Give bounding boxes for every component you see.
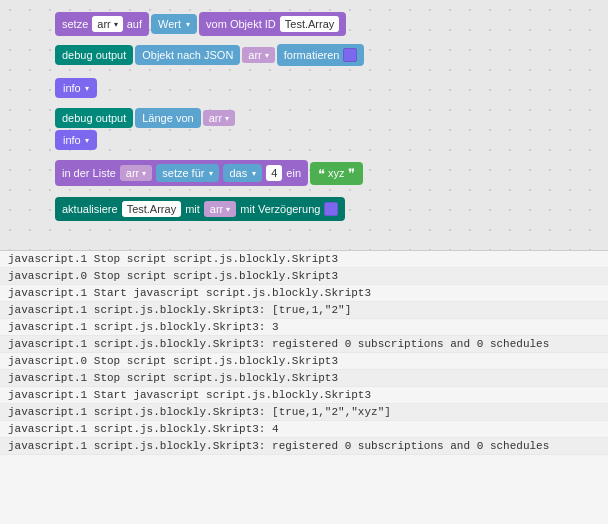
arr5-dropdown[interactable]: arr ▾ [204,201,236,217]
verzoegerung-checkbox[interactable] [324,202,338,216]
arr3-arrow: ▾ [225,114,229,123]
arr4-dropdown[interactable]: arr ▾ [120,165,152,181]
console-line: javascript.1 script.js.blockly.Skript3: … [0,438,608,455]
block-row-2: debug output Objekt nach JSON arr ▾ form… [55,44,364,66]
num4-input[interactable]: 4 [266,165,282,181]
info2-arrow: ▾ [85,136,89,145]
xyz-block[interactable]: ❝ xyz ❞ [310,162,363,185]
das-block[interactable]: das ▾ [223,164,262,182]
auf-label: auf [127,18,142,30]
quote-open-icon: ❝ [318,166,325,181]
arr2-arrow: ▾ [265,51,269,60]
block-row-7: aktualisiere Test.Array mit arr ▾ mit Ve… [55,197,345,221]
test-array2-input[interactable]: Test.Array [122,201,182,217]
arr1-dropdown[interactable]: arr ▾ [92,16,122,32]
wert-block[interactable]: Wert ▾ [151,14,197,34]
formatieren-block[interactable]: formatieren [277,44,365,66]
setze-label: setze [62,18,88,30]
info-block2[interactable]: info ▾ [55,130,97,150]
console-line: javascript.1 script.js.blockly.Skript3: … [0,336,608,353]
setze-block[interactable]: setze arr ▾ auf [55,12,149,36]
console-line: javascript.1 Start javascript script.js.… [0,387,608,404]
arr5-arrow: ▾ [226,205,230,214]
setze-fuer-arrow: ▾ [209,169,213,178]
arr1-arrow: ▾ [114,20,118,29]
objekt-nach-block[interactable]: Objekt nach JSON [135,45,240,65]
console-line: javascript.1 script.js.blockly.Skript3: … [0,404,608,421]
arr4-arrow: ▾ [142,169,146,178]
console-line: javascript.1 Stop script script.js.block… [0,251,608,268]
console-line: javascript.1 script.js.blockly.Skript3: … [0,302,608,319]
console-line: javascript.1 script.js.blockly.Skript3: … [0,319,608,336]
arr3-dropdown[interactable]: arr ▾ [203,110,235,126]
console-line: javascript.0 Stop script script.js.block… [0,268,608,285]
laenge-von-block[interactable]: Länge von [135,108,200,128]
das-arrow: ▾ [252,169,256,178]
block-row-5: info ▾ [55,130,97,150]
block-row-4: debug output Länge von arr ▾ [55,108,235,128]
console-area: javascript.1 Stop script script.js.block… [0,250,608,524]
block-row-1: setze arr ▾ auf Wert ▾ vom Objekt ID Tes… [55,12,346,36]
info-block1[interactable]: info ▾ [55,78,97,98]
console-line: javascript.1 Start javascript script.js.… [0,285,608,302]
console-line: javascript.1 script.js.blockly.Skript3: … [0,421,608,438]
in-der-liste-block[interactable]: in der Liste arr ▾ setze für ▾ das ▾ 4 e… [55,160,308,186]
quote-close-icon: ❞ [348,166,355,181]
console-line: javascript.1 Stop script script.js.block… [0,370,608,387]
debug-output-block2[interactable]: debug output [55,108,133,128]
block-row-6: in der Liste arr ▾ setze für ▾ das ▾ 4 e… [55,160,363,186]
arr2-dropdown[interactable]: arr ▾ [242,47,274,63]
console-line: javascript.0 Stop script script.js.block… [0,353,608,370]
format-checkbox[interactable] [343,48,357,62]
objekt-block[interactable]: vom Objekt ID Test.Array [199,12,346,36]
wert-arrow: ▾ [186,20,190,29]
test-array1-input[interactable]: Test.Array [280,16,340,32]
blockly-canvas: setze arr ▾ auf Wert ▾ vom Objekt ID Tes… [0,0,608,250]
aktualisiere-block[interactable]: aktualisiere Test.Array mit arr ▾ mit Ve… [55,197,345,221]
setze-fuer-block[interactable]: setze für ▾ [156,164,219,182]
info1-arrow: ▾ [85,84,89,93]
block-row-3: info ▾ [55,78,97,98]
debug-output-block1[interactable]: debug output [55,45,133,65]
